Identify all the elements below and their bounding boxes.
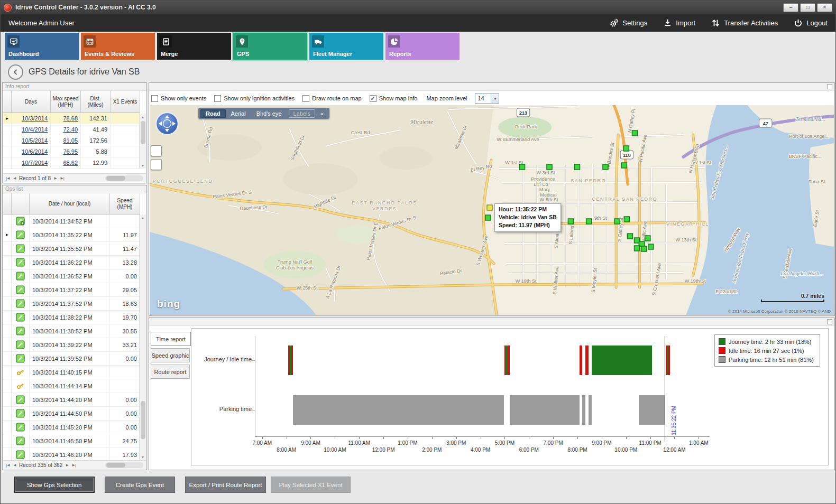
- nav-tile-reports[interactable]: Reports: [385, 33, 460, 60]
- gps-marker[interactable]: [485, 215, 491, 220]
- gps-marker[interactable]: [632, 130, 637, 136]
- gps-marker[interactable]: [603, 164, 608, 170]
- day-link[interactable]: 10/4/2014: [22, 126, 48, 133]
- day-link[interactable]: 10/5/2014: [22, 137, 48, 144]
- cell-datetime[interactable]: 10/3/2014 11:35:22 PM: [30, 228, 110, 242]
- gps-marker[interactable]: [641, 246, 647, 251]
- row-indicator-header[interactable]: [3, 91, 12, 113]
- scroll-thumb[interactable]: [106, 463, 125, 468]
- gps-marker[interactable]: [621, 163, 627, 168]
- scroll-up-icon[interactable]: ▲: [140, 214, 146, 221]
- map-zoom-select[interactable]: 14▼: [475, 93, 499, 104]
- cell-datetime[interactable]: 10/3/2014 11:36:22 PM: [30, 256, 110, 269]
- checkbox-icon[interactable]: [302, 95, 309, 102]
- pager-last-button[interactable]: ►|: [71, 463, 76, 468]
- map-zoom-out-button[interactable]: [151, 159, 162, 170]
- gps-marker[interactable]: [627, 234, 632, 239]
- cell-datetime[interactable]: 10/3/2014 11:38:52 PM: [30, 324, 110, 338]
- checkbox-icon[interactable]: [151, 95, 158, 102]
- gps-list-scrollbar[interactable]: ▲ ▼: [139, 214, 146, 460]
- maximize-button[interactable]: □: [800, 3, 815, 12]
- cell-datetime[interactable]: 10/3/2014 11:36:52 PM: [30, 269, 110, 283]
- pager-hscrollbar[interactable]: [105, 462, 143, 468]
- pager-last-button[interactable]: ►|: [60, 176, 64, 181]
- gps-marker[interactable]: [519, 164, 525, 170]
- pager-next-button[interactable]: ►: [53, 176, 57, 181]
- blank-header[interactable]: [3, 193, 12, 214]
- cell-datetime[interactable]: 10/3/2014 11:44:50 PM: [30, 407, 110, 421]
- scroll-thumb[interactable]: [106, 176, 125, 181]
- maximize-panel-button[interactable]: [827, 84, 832, 89]
- transfer-activities-button[interactable]: Transfer Activities: [711, 18, 778, 27]
- gps-marker[interactable]: [574, 164, 580, 170]
- cell-datetime[interactable]: 10/3/2014 11:38:22 PM: [30, 311, 110, 324]
- cell-datetime[interactable]: 10/3/2014 11:39:52 PM: [30, 352, 110, 366]
- map-view-tab-bird-s-eye[interactable]: Bird's eye: [251, 109, 287, 118]
- column-header-date-hour-local[interactable]: Date / hour (local): [30, 193, 110, 214]
- settings-button[interactable]: Settings: [610, 18, 647, 27]
- maximize-panel-button[interactable]: [827, 319, 832, 324]
- max-speed-link[interactable]: 81.05: [63, 137, 78, 144]
- map-view-tab-labels[interactable]: Labels: [289, 109, 315, 118]
- button-export-print-route-report[interactable]: Export / Print Route Report: [185, 477, 266, 493]
- column-header-dist-miles[interactable]: Dist. (Miles): [81, 91, 111, 113]
- gps-marker[interactable]: [648, 244, 654, 249]
- scroll-down-icon[interactable]: ▼: [140, 162, 146, 169]
- day-link[interactable]: 10/7/2014: [22, 160, 48, 166]
- gps-marker[interactable]: [547, 164, 552, 170]
- tab-speed-graphic[interactable]: Speed graphic: [151, 348, 190, 362]
- column-header-days[interactable]: Days: [12, 91, 51, 113]
- max-speed-link[interactable]: 68.62: [63, 160, 78, 166]
- cell-datetime[interactable]: 10/3/2014 11:45:50 PM: [30, 434, 110, 448]
- info-report-scrollbar[interactable]: ▲ ▼: [139, 114, 146, 169]
- max-speed-link[interactable]: 78.68: [63, 115, 78, 122]
- day-link[interactable]: 10/3/2014: [22, 115, 48, 122]
- checkbox-show-only-events[interactable]: Show only events: [151, 95, 206, 102]
- cell-datetime[interactable]: 10/3/2014 11:44:14 PM: [30, 379, 110, 393]
- dropdown-arrow-icon[interactable]: ▼: [491, 94, 499, 103]
- back-button[interactable]: [8, 64, 23, 80]
- day-link[interactable]: 10/6/2014: [22, 148, 48, 155]
- nav-tile-fleet-manager[interactable]: Fleet Manager: [309, 33, 383, 60]
- column-header-x1-events[interactable]: X1 Events: [111, 91, 140, 113]
- column-header-max-speed-mph[interactable]: Max speed (MPH): [51, 91, 81, 113]
- import-button[interactable]: Import: [663, 18, 695, 27]
- tab-time-report[interactable]: Time report: [151, 332, 191, 346]
- logout-button[interactable]: Logout: [794, 18, 828, 27]
- checkbox-show-map-info[interactable]: ✓Show map info: [370, 95, 418, 102]
- map-compass-control[interactable]: [155, 111, 179, 136]
- pager-first-button[interactable]: |◄: [6, 176, 10, 181]
- gps-marker[interactable]: [624, 217, 629, 222]
- nav-tile-dashboard[interactable]: Dashboard: [5, 33, 79, 60]
- max-speed-link[interactable]: 72.40: [63, 126, 78, 133]
- cell-datetime[interactable]: 10/3/2014 11:37:52 PM: [30, 297, 110, 311]
- pager-hscrollbar[interactable]: [105, 175, 143, 181]
- cell-datetime[interactable]: 10/3/2014 11:34:52 PM: [30, 214, 110, 228]
- pager-first-button[interactable]: |◄: [6, 463, 10, 468]
- scroll-up-icon[interactable]: ▲: [140, 114, 146, 120]
- cell-datetime[interactable]: 10/3/2014 11:40:15 PM: [30, 366, 110, 379]
- nav-tile-merge[interactable]: Merge: [157, 33, 231, 60]
- nav-tile-events-reviews[interactable]: Events & Reviews: [81, 33, 155, 60]
- map-view-tab-aerial[interactable]: Aerial: [226, 109, 251, 118]
- map-view-tab-road[interactable]: Road: [200, 109, 226, 118]
- cell-datetime[interactable]: 10/3/2014 11:45:20 PM: [30, 421, 110, 434]
- gps-marker[interactable]: [568, 219, 573, 224]
- blank-header[interactable]: [12, 193, 30, 214]
- gps-marker[interactable]: [614, 219, 620, 224]
- cell-datetime[interactable]: 10/3/2014 11:39:22 PM: [30, 338, 110, 352]
- cell-datetime[interactable]: 10/3/2014 11:37:22 PM: [30, 283, 110, 297]
- column-header-speed-mph[interactable]: Speed (MPH): [110, 193, 140, 214]
- cell-datetime[interactable]: 10/3/2014 11:35:52 PM: [30, 242, 110, 256]
- checkbox-checked-icon[interactable]: ✓: [370, 95, 376, 102]
- pager-prev-button[interactable]: ◄: [13, 463, 16, 468]
- checkbox-draw-route-on-map[interactable]: Draw route on map: [302, 95, 362, 102]
- checkbox-show-only-ignition-activities[interactable]: Show only ignition activities: [214, 95, 295, 102]
- button-show-gps-selection[interactable]: Show Gps Selection: [14, 477, 95, 493]
- pager-next-button[interactable]: ►: [65, 463, 69, 468]
- scroll-down-icon[interactable]: ▼: [140, 454, 146, 460]
- map-zoom-in-button[interactable]: [151, 145, 162, 156]
- checkbox-icon[interactable]: [214, 95, 221, 102]
- tab-route-report[interactable]: Route report: [151, 365, 190, 379]
- gps-marker[interactable]: [634, 246, 639, 251]
